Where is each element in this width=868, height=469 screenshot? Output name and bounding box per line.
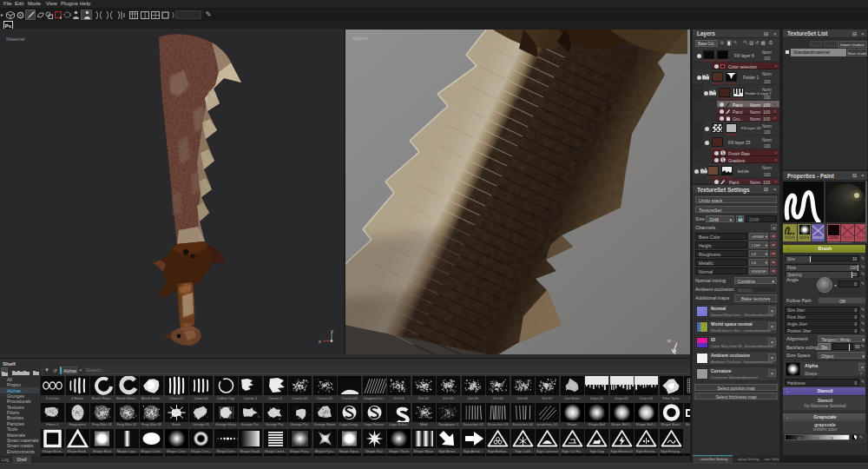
svg-text:x: x <box>319 339 321 344</box>
svg-text:u: u <box>667 338 670 343</box>
svg-text:y: y <box>331 329 333 334</box>
